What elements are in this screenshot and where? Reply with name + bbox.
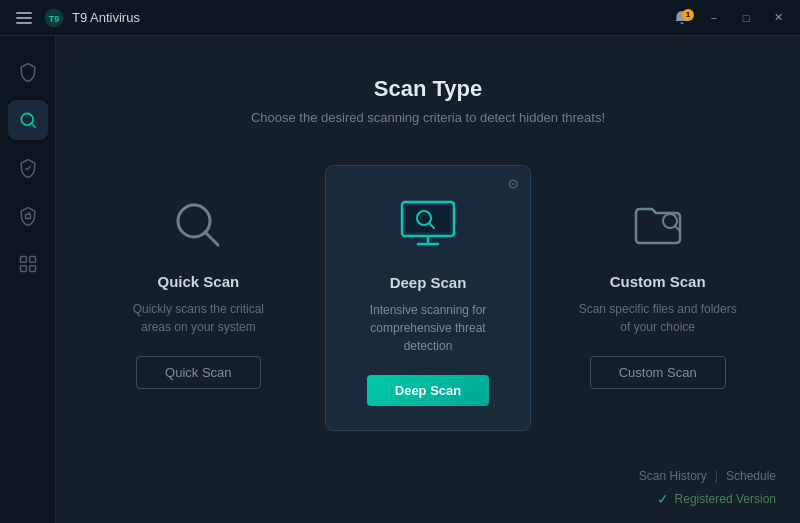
sidebar-item-protection[interactable] <box>8 148 48 188</box>
custom-scan-desc: Scan specific files and folders of your … <box>575 300 740 336</box>
registered-check-icon: ✓ <box>657 491 669 507</box>
sidebar-item-scan[interactable] <box>8 100 48 140</box>
notification-badge: 1 <box>682 9 694 21</box>
settings-icon[interactable]: ⚙ <box>507 176 520 192</box>
custom-scan-card: Custom Scan Scan specific files and fold… <box>555 165 760 431</box>
custom-scan-icon <box>626 193 690 257</box>
svg-text:T9: T9 <box>49 14 60 24</box>
quick-scan-desc: Quickly scans the critical areas on your… <box>116 300 281 336</box>
page-title: Scan Type <box>374 76 482 102</box>
custom-scan-button[interactable]: Custom Scan <box>590 356 726 389</box>
titlebar-right: 1 − □ ✕ <box>668 7 792 29</box>
cards-container: Quick Scan Quickly scans the critical ar… <box>96 165 760 431</box>
quick-scan-button[interactable]: Quick Scan <box>136 356 260 389</box>
menu-icon[interactable] <box>12 8 36 28</box>
sidebar <box>0 36 56 523</box>
app-title: T9 Antivirus <box>72 10 140 25</box>
titlebar-left: T9 T9 Antivirus <box>12 8 140 28</box>
notification-icon[interactable]: 1 <box>668 7 696 29</box>
bottom-links: Scan History | Schedule <box>639 469 776 483</box>
deep-scan-icon <box>396 194 460 258</box>
bottom-bar: Scan History | Schedule ✓ Registered Ver… <box>639 469 776 507</box>
main-content: Scan Type Choose the desired scanning cr… <box>56 36 800 523</box>
sidebar-item-shield[interactable] <box>8 52 48 92</box>
scan-history-link[interactable]: Scan History <box>639 469 707 483</box>
titlebar: T9 T9 Antivirus 1 − □ ✕ <box>0 0 800 36</box>
sidebar-item-privacy[interactable] <box>8 196 48 236</box>
registered-badge: ✓ Registered Version <box>657 491 776 507</box>
quick-scan-icon <box>166 193 230 257</box>
svg-rect-8 <box>29 266 35 272</box>
maximize-button[interactable]: □ <box>732 7 760 29</box>
page-subtitle: Choose the desired scanning criteria to … <box>251 110 605 125</box>
app-body: Scan Type Choose the desired scanning cr… <box>0 36 800 523</box>
deep-scan-desc: Intensive scanning for comprehensive thr… <box>346 301 511 355</box>
registered-label: Registered Version <box>675 492 776 506</box>
svg-rect-6 <box>29 257 35 263</box>
deep-scan-title: Deep Scan <box>390 274 467 291</box>
svg-point-2 <box>21 113 33 125</box>
deep-scan-button[interactable]: Deep Scan <box>367 375 489 406</box>
app-logo: T9 <box>44 8 64 28</box>
quick-scan-card: Quick Scan Quickly scans the critical ar… <box>96 165 301 431</box>
link-divider: | <box>715 469 718 483</box>
svg-rect-4 <box>25 214 30 218</box>
svg-line-10 <box>205 232 218 245</box>
svg-rect-5 <box>20 257 26 263</box>
svg-line-3 <box>31 124 35 128</box>
minimize-button[interactable]: − <box>700 7 728 29</box>
deep-scan-card: ⚙ Deep Scan In <box>325 165 532 431</box>
sidebar-item-tools[interactable] <box>8 244 48 284</box>
schedule-link[interactable]: Schedule <box>726 469 776 483</box>
svg-rect-7 <box>20 266 26 272</box>
close-button[interactable]: ✕ <box>764 7 792 29</box>
custom-scan-title: Custom Scan <box>610 273 706 290</box>
quick-scan-title: Quick Scan <box>157 273 239 290</box>
svg-rect-12 <box>406 206 450 232</box>
